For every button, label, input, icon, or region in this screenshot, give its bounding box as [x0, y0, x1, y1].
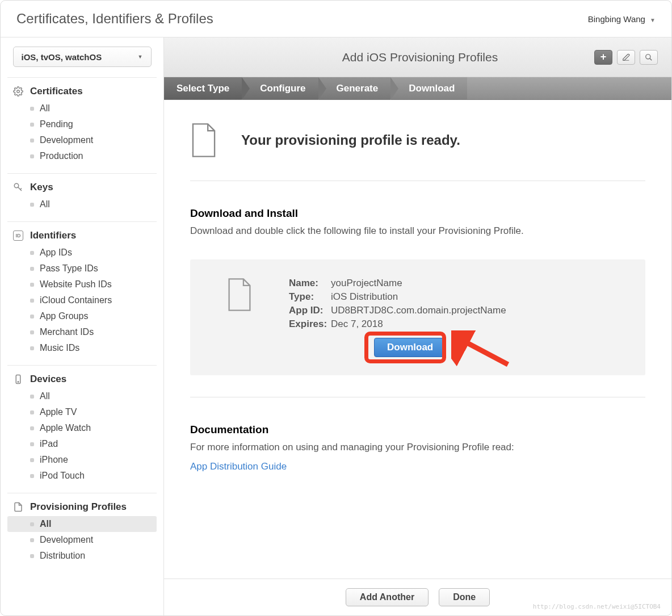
download-button[interactable]: Download — [374, 338, 446, 357]
wizard-step-select-type[interactable]: Select Type — [164, 77, 242, 99]
sidebar-item-profiles-development[interactable]: Development — [7, 532, 157, 548]
edit-button[interactable] — [617, 50, 635, 65]
main-title: Add iOS Provisioning Profiles — [246, 51, 594, 64]
name-label: Name: — [289, 278, 329, 289]
id-icon: ID — [13, 231, 23, 241]
svg-point-0 — [17, 90, 20, 93]
sidebar-item-apple-tv[interactable]: Apple TV — [7, 404, 157, 420]
sidebar-item-certificates-pending[interactable]: Pending — [7, 116, 157, 132]
watermark: http://blog.csdn.net/weixi@5ICTOB4 — [533, 603, 661, 610]
section-title: Keys — [30, 182, 53, 193]
svg-point-3 — [18, 382, 19, 383]
search-icon — [645, 53, 653, 61]
sidebar-item-ipod-touch[interactable]: iPod Touch — [7, 468, 157, 484]
done-button[interactable]: Done — [439, 588, 490, 606]
dropdown-triangle-icon: ▼ — [138, 54, 143, 60]
name-value: youProjectName — [331, 278, 506, 289]
platform-label: iOS, tvOS, watchOS — [22, 52, 102, 62]
section-identifiers[interactable]: ID Identifiers — [7, 227, 157, 245]
caret-down-icon: ▼ — [650, 17, 656, 23]
sidebar-item-apple-watch[interactable]: Apple Watch — [7, 420, 157, 436]
sidebar: iOS, tvOS, watchOS ▼ Certificates All Pe… — [1, 37, 164, 615]
section-keys[interactable]: Keys — [7, 178, 157, 196]
section-title: Identifiers — [30, 230, 76, 241]
page-title: Certificates, Identifiers & Profiles — [16, 11, 213, 27]
svg-line-5 — [650, 58, 652, 60]
appid-label: App ID: — [289, 305, 329, 316]
sidebar-item-profiles-distribution[interactable]: Distribution — [7, 548, 157, 564]
appid-value: UD8BRTJD8C.com.domain.projectName — [331, 305, 506, 316]
sidebar-item-pass-type-ids[interactable]: Pass Type IDs — [7, 261, 157, 276]
section-provisioning-profiles[interactable]: Provisioning Profiles — [7, 498, 157, 516]
sidebar-item-app-groups[interactable]: App Groups — [7, 308, 157, 324]
device-icon — [13, 374, 23, 384]
sidebar-item-certificates-production[interactable]: Production — [7, 148, 157, 164]
sidebar-item-merchant-ids[interactable]: Merchant IDs — [7, 324, 157, 340]
main-content: Add iOS Provisioning Profiles + Select T… — [164, 37, 671, 615]
type-value: iOS Distribution — [331, 291, 506, 303]
profile-card: Name: youProjectName Type: iOS Distribut… — [190, 259, 645, 375]
add-another-button[interactable]: Add Another — [346, 588, 429, 606]
sidebar-item-ipad[interactable]: iPad — [7, 436, 157, 452]
download-install-desc: Download and double click the following … — [190, 225, 645, 237]
gear-icon — [13, 86, 23, 97]
document-icon — [190, 123, 217, 158]
documentation-title: Documentation — [190, 424, 645, 436]
user-menu[interactable]: Bingbing Wang ▼ — [588, 14, 656, 24]
platform-select[interactable]: iOS, tvOS, watchOS ▼ — [13, 47, 152, 67]
expires-value: Dec 7, 2018 — [331, 319, 506, 330]
section-devices[interactable]: Devices — [7, 370, 157, 388]
documentation-desc: For more information on using and managi… — [190, 442, 645, 453]
user-name: Bingbing Wang — [588, 14, 645, 24]
expires-label: Expires: — [289, 319, 329, 330]
app-distribution-guide-link[interactable]: App Distribution Guide — [190, 461, 287, 472]
sidebar-item-certificates-all[interactable]: All — [7, 100, 157, 116]
sidebar-item-devices-all[interactable]: All — [7, 388, 157, 404]
wizard-steps: Select Type Configure Generate Download — [164, 77, 671, 100]
wizard-step-download[interactable]: Download — [390, 77, 467, 99]
file-icon — [13, 502, 23, 512]
sidebar-item-profiles-all[interactable]: All — [7, 516, 157, 532]
section-title: Devices — [30, 374, 66, 385]
key-icon — [13, 182, 23, 192]
sidebar-item-iphone[interactable]: iPhone — [7, 452, 157, 468]
edit-icon — [622, 53, 630, 61]
sidebar-item-app-ids[interactable]: App IDs — [7, 245, 157, 261]
wizard-step-configure[interactable]: Configure — [242, 77, 318, 99]
section-certificates[interactable]: Certificates — [7, 82, 157, 100]
add-button[interactable]: + — [594, 50, 612, 65]
document-icon — [226, 278, 253, 312]
ready-message: Your provisioning profile is ready. — [241, 132, 460, 148]
download-install-title: Download and Install — [190, 207, 645, 220]
sidebar-item-keys-all[interactable]: All — [7, 196, 157, 212]
wizard-step-generate[interactable]: Generate — [318, 77, 391, 99]
section-title: Certificates — [30, 86, 83, 97]
svg-point-4 — [646, 54, 650, 58]
sidebar-item-icloud-containers[interactable]: iCloud Containers — [7, 292, 157, 308]
section-title: Provisioning Profiles — [30, 501, 127, 513]
search-button[interactable] — [640, 50, 658, 65]
sidebar-item-music-ids[interactable]: Music IDs — [7, 340, 157, 356]
sidebar-item-certificates-development[interactable]: Development — [7, 132, 157, 148]
sidebar-item-website-push-ids[interactable]: Website Push IDs — [7, 276, 157, 292]
type-label: Type: — [289, 291, 329, 303]
page-header: Certificates, Identifiers & Profiles Bin… — [1, 1, 671, 37]
